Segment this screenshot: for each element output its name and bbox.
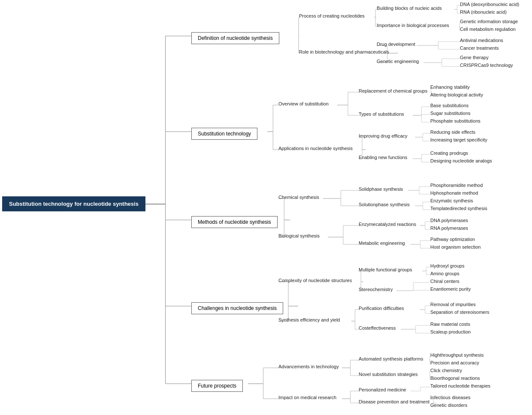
l2-0-1: Role in biotechnology and pharmaceutical…: [299, 49, 389, 54]
l3-1-0-0: Replacement of chemical groups: [359, 88, 427, 93]
branch-3: Challenges in nucleotide synthesis: [191, 302, 283, 314]
l3-4-1-1: Disease prevention and treatment: [359, 399, 429, 404]
l3-1-0-1: Types of substitutions: [359, 111, 404, 117]
l4-0-0-1-1: Cell metabolism regulation: [460, 27, 516, 32]
l3-4-0-0: Automated synthesis platforms: [359, 356, 423, 361]
l4-1-0-1-0: Base substitutions: [430, 103, 469, 108]
l4-1-1-0-1: Increasing target specificity: [430, 137, 487, 142]
branch-1: Substitution technology: [191, 128, 257, 140]
l4-4-1-1-1: Genetic disorders: [430, 403, 467, 408]
l2-4-1: Impact on medical research: [278, 395, 336, 400]
l4-3-0-0-0: Hydroxyl groups: [430, 263, 464, 268]
l4-1-0-1-1: Sugar substitutions: [430, 111, 471, 116]
l3-2-0-0: Solidphase synthesis: [359, 186, 403, 192]
l4-1-0-1-2: Phosphate substitutions: [430, 118, 481, 123]
l2-3-1: Synthesis efficiency and yield: [278, 317, 340, 322]
l3-2-1-1: Metabolic engineering: [359, 241, 405, 246]
l4-3-1-0-0: Removal of impurities: [430, 302, 476, 307]
l4-3-1-1-1: Scaleup production: [430, 329, 471, 334]
l4-2-0-1-1: Templatedirected synthesis: [430, 206, 487, 211]
l2-4-0: Advancements in technology: [278, 364, 339, 369]
l4-4-1-1-0: Infectious diseases: [430, 395, 471, 400]
root-node: Substitution technology for nucleotide s…: [2, 196, 145, 211]
l4-1-1-0-0: Reducing side effects: [430, 129, 475, 135]
l4-2-0-1-0: Enzymatic synthesis: [430, 198, 473, 203]
l4-0-0-0-0: DNA (deoxyribonucleic acid): [460, 2, 519, 7]
l2-1-0: Overview of substitution: [278, 101, 329, 106]
l3-3-1-1: Costeffectiveness: [359, 325, 396, 331]
l3-4-0-1: Novel substitution strategies: [359, 372, 418, 377]
l4-0-1-0-1: Cancer treatments: [460, 45, 499, 51]
l4-3-1-1-0: Raw material costs: [430, 322, 470, 327]
l3-3-1-0: Purification difficulties: [359, 306, 404, 311]
l4-0-1-1-0: Gene therapy: [460, 55, 489, 60]
l4-4-1-0-0: Tailored nucleotide therapies: [430, 383, 490, 388]
l3-0-0-1: Importance in biological processes: [377, 23, 449, 28]
l4-2-1-0-1: RNA polymerases: [430, 226, 468, 231]
branch-2: Methods of nucleotide synthesis: [191, 216, 278, 228]
l4-2-1-1-0: Pathway optimization: [430, 237, 475, 242]
l3-0-1-0: Drug development: [377, 42, 415, 47]
l3-2-1-0: Enzymecatalyzed reactions: [359, 222, 416, 227]
l4-2-0-0-0: Phosphoramidite method: [430, 183, 483, 188]
l3-3-0-1: Stereochemistry: [359, 287, 393, 292]
l3-1-1-0: Improving drug efficacy: [359, 133, 408, 138]
l4-0-0-0-1: RNA (ribonucleic acid): [460, 9, 507, 15]
l4-0-1-0-0: Antiviral medications: [460, 38, 503, 43]
l3-0-0-0: Building blocks of nucleic acids: [377, 6, 442, 11]
branch-0: Definition of nucleotide synthesis: [191, 32, 279, 44]
l3-1-1-1: Enabling new functions: [359, 155, 407, 160]
l3-3-0-0: Multiple functional groups: [359, 267, 412, 272]
l4-3-1-0-1: Separation of stereoisomers: [430, 310, 490, 315]
l4-0-1-1-1: CRISPRCas9 technology: [460, 63, 513, 68]
l2-2-0: Chemical synthesis: [278, 195, 319, 200]
l4-4-0-1-1: Bioorthogonal reactions: [430, 376, 480, 381]
l4-2-1-1-1: Host organism selection: [430, 244, 481, 250]
l3-2-0-1: Solutionphase synthesis: [359, 202, 410, 207]
l4-2-1-0-0: DNA polymerases: [430, 218, 468, 223]
l2-2-1: Biological synthesis: [278, 233, 320, 238]
l4-3-0-0-1: Amino groups: [430, 271, 459, 276]
l2-3-0: Complexity of nucleotide structures: [278, 278, 352, 283]
branch-4: Future prospects: [191, 380, 243, 392]
l2-0-0: Process of creating nucleotides: [299, 13, 365, 18]
l4-2-0-0-1: Hphosphonate method: [430, 190, 478, 195]
l4-3-0-1-1: Enantiomeric purity: [430, 286, 471, 292]
l4-1-0-0-1: Altering biological activity: [430, 92, 483, 97]
l4-1-1-1-1: Designing nucleotide analogs: [430, 158, 492, 163]
l4-1-1-1-0: Creating prodrugs: [430, 150, 468, 156]
l2-1-1: Applications in nucleotide synthesis: [278, 146, 353, 151]
l4-4-0-1-0: Click chemistry: [430, 368, 462, 373]
mind-map-diagram: Substitution technology for nucleotide s…: [0, 0, 532, 415]
l4-1-0-0-0: Enhancing stability: [430, 84, 470, 90]
l4-4-0-0-1: Precision and accuracy: [430, 360, 479, 365]
l3-0-1-1: Genetic engineering: [377, 59, 419, 64]
l3-4-1-0: Personalized medicine: [359, 387, 406, 392]
l4-4-0-0-0: Highthroughput synthesis: [430, 352, 484, 358]
l4-3-0-1-0: Chiral centers: [430, 279, 459, 284]
l4-0-0-1-0: Genetic information storage: [460, 19, 518, 24]
